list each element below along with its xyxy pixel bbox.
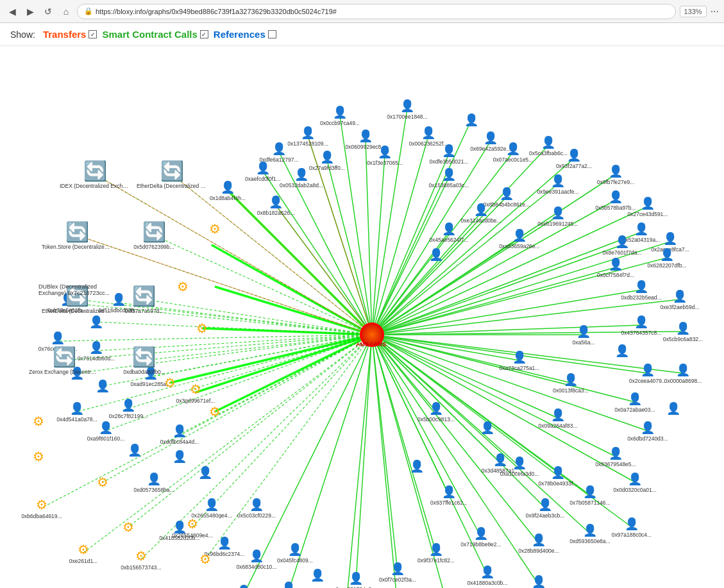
- exchange-label: EtherDelta (Decentralized Exchange) 0xbf…: [137, 183, 207, 189]
- svg-line-9: [327, 160, 372, 335]
- svg-line-84: [77, 335, 372, 412]
- exchange-icon: 🔄: [160, 160, 184, 182]
- show-toolbar: Show: Transfers Smart Contract Calls Ref…: [0, 23, 724, 46]
- references-filter[interactable]: References: [214, 29, 276, 40]
- svg-line-6: [372, 141, 491, 335]
- svg-line-20: [372, 206, 648, 335]
- exchange-node-6[interactable]: 🔄 0xdba0da80fb0...: [123, 346, 165, 375]
- browser-menu-button[interactable]: ···: [711, 6, 719, 17]
- browser-chrome: ◀ ▶ ↺ ⌂ 🔒 https://bloxy.info/graphs/0x94…: [0, 0, 724, 23]
- exchange-icon: 🔄: [83, 160, 107, 182]
- lock-icon: 🔒: [84, 7, 93, 15]
- svg-line-12: [372, 152, 513, 335]
- transfers-label: Transfers: [43, 29, 87, 40]
- svg-line-10: [372, 155, 385, 335]
- reload-button[interactable]: ↺: [41, 4, 55, 19]
- exchange-icon: 🔄: [65, 221, 89, 243]
- exchange-node-zerox[interactable]: 🔄 Zerox Exchange (Decentralized Exchange…: [29, 346, 99, 375]
- exchange-label: EtherDelta (Decentralized Exchange) 0x8d…: [42, 308, 112, 314]
- svg-line-101: [172, 174, 372, 335]
- exchange-node-tokenstore[interactable]: 🔄 Token.Store (Decentralized Exchange) 0…: [42, 221, 112, 250]
- exchange-label: 0xf37a7a597d...: [125, 308, 164, 314]
- center-label: AMS / AMS: [356, 341, 386, 348]
- svg-line-67: [212, 245, 372, 335]
- exchange-label: 0x5d0762399b...: [133, 244, 174, 250]
- svg-line-54: [372, 335, 590, 533]
- svg-line-4: [366, 139, 372, 335]
- exchange-icon: 🔄: [53, 346, 76, 368]
- svg-line-57: [372, 335, 487, 575]
- url-text: https://bloxy.info/graphs/0x949bed886c73…: [96, 8, 337, 15]
- exchange-icon: 🔄: [132, 285, 156, 307]
- svg-line-72: [215, 335, 372, 412]
- svg-line-48: [372, 335, 648, 431]
- exchange-node-4[interactable]: 🔄 0x5d0762399b...: [133, 221, 174, 250]
- smart-checkbox[interactable]: [200, 30, 208, 38]
- svg-line-104: [276, 205, 372, 335]
- exchange-label: Token.Store (Decentralized Exchange) 0x1…: [42, 244, 112, 250]
- svg-line-30: [372, 267, 616, 335]
- back-button[interactable]: ◀: [5, 4, 19, 19]
- references-label: References: [214, 29, 265, 40]
- svg-line-28: [372, 232, 449, 335]
- svg-line-0: [340, 115, 372, 335]
- references-checkbox[interactable]: [268, 30, 276, 38]
- exchange-label: 0xdba0da80fb0...: [123, 369, 165, 375]
- svg-line-59: [372, 335, 398, 572]
- svg-line-65: [244, 335, 372, 588]
- svg-line-17: [372, 184, 558, 335]
- graph-svg: [0, 46, 724, 588]
- svg-line-37: [372, 335, 648, 373]
- address-bar[interactable]: 🔒 https://bloxy.info/graphs/0x949bed886c…: [77, 4, 676, 19]
- svg-line-23: [372, 242, 670, 335]
- svg-line-97: [141, 335, 372, 559]
- exchange-icon: 🔄: [142, 221, 166, 243]
- svg-line-60: [356, 335, 372, 582]
- smart-contract-filter[interactable]: Smart Contract Calls: [102, 29, 208, 40]
- svg-line-82: [77, 335, 372, 373]
- svg-line-47: [372, 335, 616, 457]
- svg-line-55: [372, 335, 632, 527]
- svg-line-69: [202, 328, 372, 335]
- exchange-node-etherdelta1[interactable]: 🔄 EtherDelta (Decentralized Exchange) 0x…: [137, 160, 207, 189]
- exchange-label: IDEX (Decentralized Exchange) 0x2ab0bcc.…: [60, 183, 130, 189]
- home-button[interactable]: ⌂: [59, 4, 73, 19]
- show-label: Show:: [10, 29, 35, 40]
- exchange-icon: 🔄: [132, 346, 156, 368]
- svg-line-8: [279, 152, 372, 335]
- svg-line-11: [372, 154, 449, 335]
- svg-line-40: [372, 335, 635, 402]
- svg-line-38: [372, 335, 683, 373]
- dublex-label: DUBlex (Decentralized Exchange) 0x7c2187…: [38, 283, 122, 296]
- svg-line-62: [372, 335, 398, 588]
- exchange-label: Zerox Exchange (Decentralized Exchange) …: [29, 369, 99, 375]
- exchange-node-idex[interactable]: 🔄 IDEX (Decentralized Exchange) 0x2ab0bc…: [60, 160, 130, 189]
- forward-button[interactable]: ▶: [23, 4, 37, 19]
- transfers-checkbox[interactable]: [88, 30, 97, 38]
- smart-contract-label: Smart Contract Calls: [102, 29, 197, 40]
- graph-area: 👤0x0ccb97ca49...👤0x1700ee1848...👤👤0x1374…: [0, 46, 724, 588]
- exchange-node-5[interactable]: 🔄 0xf37a7a597d...: [125, 285, 164, 314]
- transfers-filter[interactable]: Transfers: [43, 29, 97, 40]
- zoom-level: 133%: [680, 6, 707, 17]
